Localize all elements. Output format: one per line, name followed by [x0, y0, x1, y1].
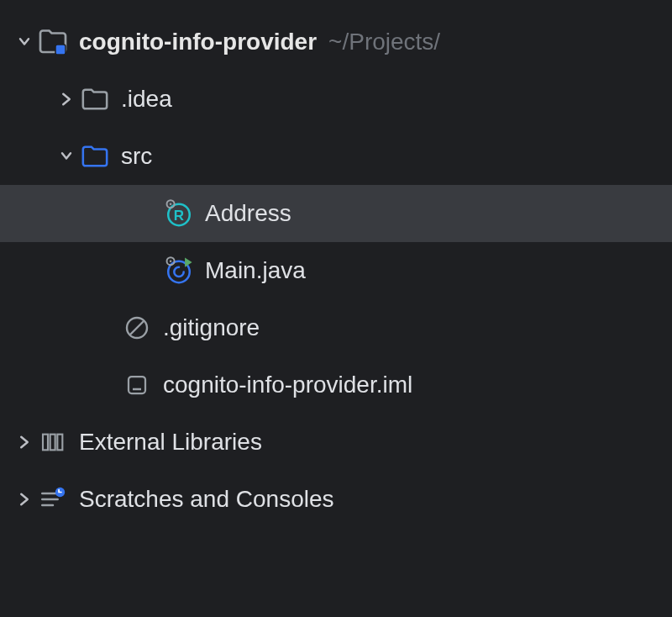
svg-rect-13	[50, 435, 55, 451]
project-path-hint: ~/Projects/	[328, 29, 440, 55]
tree-row-idea[interactable]: .idea	[0, 71, 672, 128]
file-label: Main.java	[205, 257, 306, 284]
svg-rect-0	[55, 45, 66, 55]
tree-row-src[interactable]: src	[0, 128, 672, 185]
tree-row-gitignore[interactable]: .gitignore	[0, 299, 672, 356]
tree-row-address[interactable]: R Address	[0, 185, 672, 242]
file-label: cognito-info-provider.iml	[163, 372, 412, 398]
svg-line-9	[130, 321, 144, 335]
folder-label: .idea	[121, 86, 172, 113]
node-label: Scratches and Consoles	[79, 486, 334, 513]
file-label: .gitignore	[163, 314, 260, 341]
tree-row-iml[interactable]: cognito-info-provider.iml	[0, 356, 672, 414]
file-label: Address	[205, 200, 291, 227]
svg-text:R: R	[174, 208, 184, 224]
module-folder-icon	[37, 26, 69, 58]
svg-rect-10	[129, 377, 145, 393]
iml-file-icon	[121, 369, 153, 401]
svg-point-7	[170, 260, 172, 262]
chevron-down-icon[interactable]	[12, 29, 37, 55]
java-class-runnable-icon	[163, 255, 195, 287]
source-folder-icon	[79, 140, 111, 172]
scratches-icon	[37, 483, 69, 515]
chevron-down-icon[interactable]	[54, 144, 79, 169]
project-name: cognito-info-provider	[79, 29, 317, 55]
tree-row-scratches[interactable]: Scratches and Consoles	[0, 471, 672, 528]
tree-row-external-libraries[interactable]: External Libraries	[0, 414, 672, 471]
project-tree: cognito-info-provider ~/Projects/ .idea …	[0, 0, 672, 528]
tree-row-main[interactable]: Main.java	[0, 242, 672, 299]
chevron-right-icon[interactable]	[54, 87, 79, 112]
gitignore-icon	[121, 312, 153, 344]
folder-icon	[79, 83, 111, 115]
chevron-right-icon[interactable]	[12, 430, 37, 455]
svg-rect-12	[43, 435, 48, 451]
svg-rect-11	[133, 388, 141, 391]
chevron-right-icon[interactable]	[12, 487, 37, 512]
folder-label: src	[121, 143, 152, 170]
library-icon	[37, 426, 69, 458]
svg-rect-14	[57, 435, 62, 451]
java-record-icon: R	[163, 198, 195, 229]
node-label: External Libraries	[79, 429, 262, 456]
tree-row-project-root[interactable]: cognito-info-provider ~/Projects/	[0, 13, 672, 71]
svg-point-4	[170, 203, 172, 205]
